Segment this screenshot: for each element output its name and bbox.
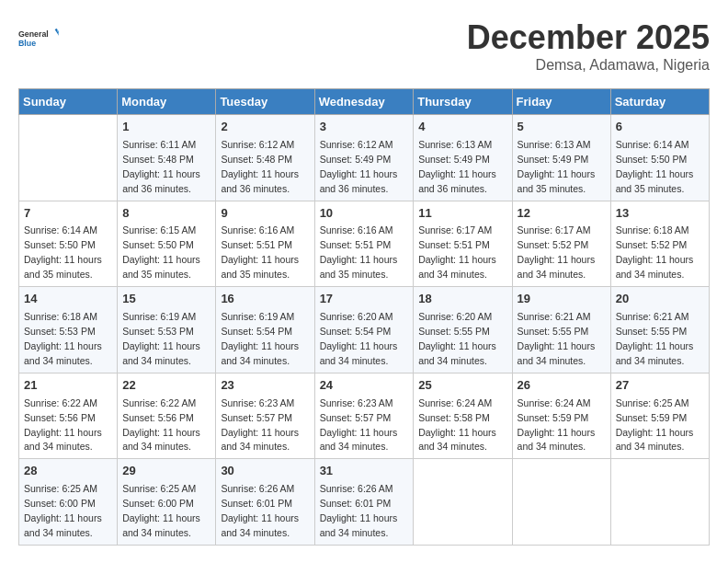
calendar-cell: 29 Sunrise: 6:25 AMSunset: 6:00 PMDaylig… [118, 459, 216, 546]
calendar-table: SundayMondayTuesdayWednesdayThursdayFrid… [18, 88, 710, 546]
sunrise-text: Sunrise: 6:23 AMSunset: 5:57 PMDaylight:… [320, 397, 398, 453]
day-number: 15 [122, 291, 210, 308]
sunrise-text: Sunrise: 6:13 AMSunset: 5:49 PMDaylight:… [418, 139, 496, 194]
header-saturday: Saturday [610, 89, 709, 115]
day-number: 4 [418, 119, 506, 136]
calendar-cell: 22 Sunrise: 6:22 AMSunset: 5:56 PMDaylig… [118, 373, 216, 459]
calendar-cell: 1 Sunrise: 6:11 AMSunset: 5:48 PMDayligh… [118, 115, 216, 201]
day-number: 30 [221, 463, 309, 480]
calendar-cell: 17 Sunrise: 6:20 AMSunset: 5:54 PMDaylig… [314, 287, 414, 373]
calendar-cell: 28 Sunrise: 6:25 AMSunset: 6:00 PMDaylig… [19, 459, 118, 546]
sunrise-text: Sunrise: 6:14 AMSunset: 5:50 PMDaylight:… [24, 224, 102, 280]
sunrise-text: Sunrise: 6:21 AMSunset: 5:55 PMDaylight:… [518, 311, 596, 366]
calendar-cell: 2 Sunrise: 6:12 AMSunset: 5:48 PMDayligh… [216, 115, 314, 201]
calendar-cell: 16 Sunrise: 6:19 AMSunset: 5:54 PMDaylig… [216, 287, 314, 373]
calendar-cell: 27 Sunrise: 6:25 AMSunset: 5:59 PMDaylig… [610, 373, 709, 459]
calendar-cell: 24 Sunrise: 6:23 AMSunset: 5:57 PMDaylig… [314, 373, 414, 459]
calendar-cell: 14 Sunrise: 6:18 AMSunset: 5:53 PMDaylig… [19, 287, 118, 373]
day-number: 25 [418, 377, 506, 395]
header-friday: Friday [512, 89, 610, 115]
header-monday: Monday [118, 89, 216, 115]
day-number: 2 [221, 119, 309, 136]
sunrise-text: Sunrise: 6:20 AMSunset: 5:55 PMDaylight:… [418, 311, 496, 366]
sunrise-text: Sunrise: 6:18 AMSunset: 5:52 PMDaylight:… [616, 224, 694, 280]
day-number: 21 [24, 377, 112, 395]
day-number: 9 [221, 205, 309, 223]
sunrise-text: Sunrise: 6:15 AMSunset: 5:50 PMDaylight:… [122, 224, 200, 280]
sunrise-text: Sunrise: 6:12 AMSunset: 5:48 PMDaylight:… [221, 139, 299, 194]
calendar-cell: 18 Sunrise: 6:20 AMSunset: 5:55 PMDaylig… [414, 287, 512, 373]
day-number: 14 [24, 291, 112, 308]
sunrise-text: Sunrise: 6:24 AMSunset: 5:58 PMDaylight:… [418, 397, 496, 453]
calendar-cell: 31 Sunrise: 6:26 AMSunset: 6:01 PMDaylig… [314, 459, 414, 546]
day-number: 7 [24, 205, 112, 223]
sunrise-text: Sunrise: 6:14 AMSunset: 5:50 PMDaylight:… [616, 139, 694, 194]
sunrise-text: Sunrise: 6:19 AMSunset: 5:53 PMDaylight:… [122, 311, 200, 366]
sunrise-text: Sunrise: 6:26 AMSunset: 6:01 PMDaylight:… [320, 483, 398, 538]
calendar-cell [610, 459, 709, 546]
header-tuesday: Tuesday [216, 89, 314, 115]
logo: General Blue [18, 18, 59, 59]
day-number: 19 [518, 291, 606, 308]
sunrise-text: Sunrise: 6:22 AMSunset: 5:56 PMDaylight:… [24, 397, 102, 453]
sunrise-text: Sunrise: 6:11 AMSunset: 5:48 PMDaylight:… [122, 139, 200, 194]
day-number: 8 [122, 205, 210, 223]
calendar-cell: 5 Sunrise: 6:13 AMSunset: 5:49 PMDayligh… [512, 115, 610, 201]
logo-svg: General Blue [18, 18, 59, 59]
day-number: 1 [122, 119, 210, 136]
day-number: 29 [122, 463, 210, 480]
header-thursday: Thursday [414, 89, 512, 115]
sunrise-text: Sunrise: 6:26 AMSunset: 6:01 PMDaylight:… [221, 483, 299, 538]
sunrise-text: Sunrise: 6:16 AMSunset: 5:51 PMDaylight:… [221, 224, 299, 280]
day-number: 27 [616, 377, 704, 395]
calendar-cell: 21 Sunrise: 6:22 AMSunset: 5:56 PMDaylig… [19, 373, 118, 459]
calendar-cell [512, 459, 610, 546]
calendar-cell: 8 Sunrise: 6:15 AMSunset: 5:50 PMDayligh… [118, 201, 216, 287]
day-number: 10 [320, 205, 409, 223]
sunrise-text: Sunrise: 6:22 AMSunset: 5:56 PMDaylight:… [122, 397, 200, 453]
calendar-cell: 15 Sunrise: 6:19 AMSunset: 5:53 PMDaylig… [118, 287, 216, 373]
calendar-cell: 6 Sunrise: 6:14 AMSunset: 5:50 PMDayligh… [610, 115, 709, 201]
svg-text:Blue: Blue [18, 39, 36, 48]
day-number: 22 [122, 377, 210, 395]
day-number: 28 [24, 463, 112, 480]
day-number: 16 [221, 291, 309, 308]
day-number: 13 [616, 205, 704, 223]
day-number: 17 [320, 291, 409, 308]
sunrise-text: Sunrise: 6:18 AMSunset: 5:53 PMDaylight:… [24, 311, 102, 366]
sunrise-text: Sunrise: 6:23 AMSunset: 5:57 PMDaylight:… [221, 397, 299, 453]
calendar-cell: 3 Sunrise: 6:12 AMSunset: 5:49 PMDayligh… [314, 115, 414, 201]
sunrise-text: Sunrise: 6:16 AMSunset: 5:51 PMDaylight:… [320, 224, 398, 280]
sunrise-text: Sunrise: 6:12 AMSunset: 5:49 PMDaylight:… [320, 139, 398, 194]
calendar-cell: 30 Sunrise: 6:26 AMSunset: 6:01 PMDaylig… [216, 459, 314, 546]
sunrise-text: Sunrise: 6:25 AMSunset: 6:00 PMDaylight:… [122, 483, 200, 538]
day-number: 26 [518, 377, 606, 395]
page-header: General Blue December 2025 Demsa, Adamaw… [18, 18, 710, 74]
calendar-cell: 9 Sunrise: 6:16 AMSunset: 5:51 PMDayligh… [216, 201, 314, 287]
calendar-cell: 19 Sunrise: 6:21 AMSunset: 5:55 PMDaylig… [512, 287, 610, 373]
calendar-cell: 7 Sunrise: 6:14 AMSunset: 5:50 PMDayligh… [19, 201, 118, 287]
sunrise-text: Sunrise: 6:17 AMSunset: 5:51 PMDaylight:… [418, 224, 496, 280]
calendar-cell: 12 Sunrise: 6:17 AMSunset: 5:52 PMDaylig… [512, 201, 610, 287]
calendar-cell: 10 Sunrise: 6:16 AMSunset: 5:51 PMDaylig… [314, 201, 414, 287]
day-number: 18 [418, 291, 506, 308]
day-number: 11 [418, 205, 506, 223]
day-number: 31 [320, 463, 409, 480]
day-number: 5 [518, 119, 606, 136]
sunrise-text: Sunrise: 6:20 AMSunset: 5:54 PMDaylight:… [320, 311, 398, 366]
header-sunday: Sunday [19, 89, 118, 115]
day-number: 12 [518, 205, 606, 223]
svg-text:General: General [18, 29, 49, 39]
sunrise-text: Sunrise: 6:19 AMSunset: 5:54 PMDaylight:… [221, 311, 299, 366]
day-number: 6 [616, 119, 704, 136]
sunrise-text: Sunrise: 6:24 AMSunset: 5:59 PMDaylight:… [518, 397, 596, 453]
calendar-cell: 25 Sunrise: 6:24 AMSunset: 5:58 PMDaylig… [414, 373, 512, 459]
calendar-cell: 20 Sunrise: 6:21 AMSunset: 5:55 PMDaylig… [610, 287, 709, 373]
month-title: December 2025 [467, 18, 710, 57]
calendar-cell: 23 Sunrise: 6:23 AMSunset: 5:57 PMDaylig… [216, 373, 314, 459]
day-number: 24 [320, 377, 409, 395]
sunrise-text: Sunrise: 6:13 AMSunset: 5:49 PMDaylight:… [518, 139, 596, 194]
day-number: 3 [320, 119, 409, 136]
sunrise-text: Sunrise: 6:21 AMSunset: 5:55 PMDaylight:… [616, 311, 694, 366]
title-block: December 2025 Demsa, Adamawa, Nigeria [467, 18, 710, 74]
